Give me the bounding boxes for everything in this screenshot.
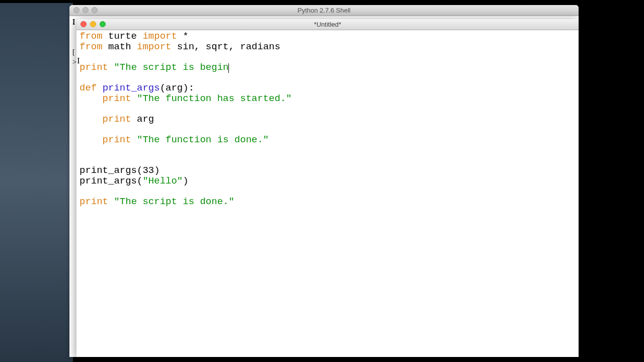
code-text: )	[183, 175, 188, 187]
zoom-icon[interactable]	[92, 7, 98, 13]
code-kw: print	[103, 134, 131, 145]
text-cursor-icon	[228, 63, 229, 73]
editor-title: *Untitled*	[314, 21, 341, 28]
code-editor[interactable]: from turte import * from math import sin…	[76, 30, 579, 208]
code-text: turte	[103, 31, 143, 42]
close-icon[interactable]	[80, 21, 87, 27]
code-kw: print	[79, 196, 108, 207]
code-text	[108, 62, 114, 73]
shell-title: Python 2.7.6 Shell	[297, 7, 351, 14]
code-text	[79, 93, 103, 104]
top-border	[0, 0, 644, 3]
minimize-icon[interactable]	[90, 21, 96, 27]
code-text: print_args(33)	[79, 165, 160, 176]
code-text: (arg):	[160, 82, 194, 94]
desktop-background	[0, 0, 73, 362]
editor-titlebar[interactable]: *Untitled*	[76, 19, 579, 30]
code-text: sin, sqrt, radians	[171, 41, 280, 52]
code-text	[131, 93, 137, 104]
code-text	[97, 82, 102, 94]
code-kw: from	[79, 41, 103, 52]
code-text	[79, 114, 103, 125]
code-kw: def	[79, 82, 97, 94]
code-kw: import	[142, 31, 177, 42]
code-text: arg	[131, 114, 154, 125]
minimize-icon[interactable]	[83, 7, 89, 13]
code-string: "The function has started."	[137, 93, 292, 104]
code-string: "The script is done."	[114, 196, 234, 207]
code-kw: import	[137, 41, 171, 52]
shell-text-peek: [	[72, 48, 75, 56]
right-border	[579, 0, 644, 362]
code-text	[108, 196, 114, 207]
code-text: print_args(	[79, 175, 142, 187]
code-text: math	[103, 41, 137, 52]
editor-traffic-lights	[80, 21, 106, 27]
code-kw: print	[79, 62, 108, 73]
code-text: *	[177, 31, 189, 42]
code-string: "The function is done."	[137, 134, 269, 145]
shell-titlebar[interactable]: Python 2.7.6 Shell	[69, 5, 579, 16]
shell-traffic-lights	[73, 7, 98, 13]
code-string: "The script is begin	[114, 62, 228, 73]
code-kw: print	[103, 114, 131, 125]
code-text	[131, 134, 137, 145]
code-string: "Hello"	[142, 175, 183, 187]
ibeam-cursor-icon: I	[77, 56, 80, 66]
shell-text-peek: I	[72, 18, 75, 26]
close-icon[interactable]	[73, 7, 79, 13]
code-kw: print	[103, 93, 131, 104]
editor-window: *Untitled* from turte import * from math…	[76, 19, 579, 357]
code-kw: from	[79, 31, 103, 42]
shell-text-peek: >	[72, 58, 76, 66]
code-text	[79, 134, 103, 145]
code-funcname: print_args	[103, 82, 160, 94]
zoom-icon[interactable]	[100, 21, 106, 27]
